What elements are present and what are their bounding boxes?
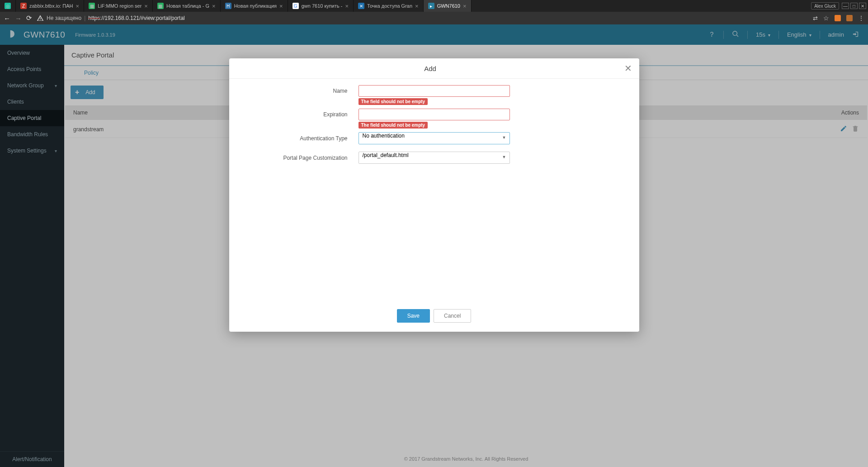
close-icon[interactable]: ×	[279, 3, 283, 10]
back-icon[interactable]: ←	[4, 14, 10, 22]
browser-tab[interactable]: ▦Новая таблица - G×	[153, 0, 221, 12]
browser-user-label[interactable]: Alex Gluck	[811, 2, 839, 10]
browser-tab-active[interactable]: ▸GWN7610×	[424, 0, 472, 12]
error-badge: The field should not be empty	[359, 98, 428, 105]
translate-icon[interactable]: ⇄	[813, 15, 818, 22]
extension-icon[interactable]	[835, 15, 841, 21]
insecure-label: Не защищено	[47, 15, 81, 21]
reload-icon[interactable]: ⟳	[26, 14, 32, 22]
tab-title: LiF:MMO region ser	[98, 3, 142, 9]
favicon-icon: Z	[20, 3, 27, 9]
close-icon[interactable]: ×	[463, 3, 467, 10]
tab-title: Новая таблица - G	[166, 3, 209, 9]
insecure-warning-icon	[37, 14, 44, 22]
cancel-button[interactable]: Cancel	[434, 309, 471, 323]
portal-page-select[interactable]: /portal_default.html	[359, 152, 510, 164]
close-icon[interactable]: ×	[212, 3, 216, 10]
expiration-input[interactable]	[359, 109, 510, 120]
form-row-auth-type: Authentication Type No authentication	[243, 132, 626, 144]
modal-body: Name The field should not be empty Expir…	[229, 79, 639, 303]
system-tab[interactable]: ◎	[0, 0, 16, 12]
add-modal: Add ✕ Name The field should not be empty…	[229, 58, 639, 332]
tab-title: Новая публикация	[234, 3, 277, 9]
address-bar: ← → ⟳ Не защищено | https://192.168.0.12…	[0, 12, 868, 24]
label-expiration: Expiration	[243, 111, 359, 118]
extension-icon[interactable]	[846, 15, 853, 21]
browser-tab[interactable]: ▦LiF:MMO region ser×	[84, 0, 153, 12]
form-row-portal-page: Portal Page Customization /portal_defaul…	[243, 152, 626, 164]
modal-footer: Save Cancel	[229, 303, 639, 332]
close-window-icon[interactable]: ✕	[859, 3, 866, 9]
window-controls: — □ ✕	[842, 3, 866, 9]
toolbar-right: ⇄ ☆ ⋮	[813, 14, 864, 22]
separator: |	[84, 15, 85, 21]
modal-title: Add	[236, 65, 624, 72]
browser-tab[interactable]: HНовая публикация×	[221, 0, 288, 12]
form-row-expiration: Expiration	[243, 109, 626, 120]
save-button[interactable]: Save	[397, 309, 430, 323]
close-icon[interactable]: ×	[345, 3, 349, 10]
close-icon[interactable]: ✕	[624, 63, 632, 74]
favicon-icon: ▦	[89, 3, 95, 9]
modal-header: Add ✕	[229, 58, 639, 79]
label-name: Name	[243, 88, 359, 94]
error-row-expiration: The field should not be empty	[243, 122, 626, 129]
browser-tabs: ◎ Zzabbix.btbx.io: ПАН× ▦LiF:MMO region …	[0, 0, 868, 12]
maximize-icon[interactable]: □	[850, 3, 858, 9]
favicon-icon: ◎	[5, 3, 11, 9]
tab-title: GWN7610	[437, 3, 460, 9]
close-icon[interactable]: ×	[144, 3, 148, 10]
tab-title: zabbix.btbx.io: ПАН	[29, 3, 73, 9]
bookmark-star-icon[interactable]: ☆	[823, 14, 829, 22]
forward-icon: →	[15, 14, 22, 22]
browser-tab[interactable]: Ggwn 7610 купить - ×	[288, 0, 354, 12]
tab-title: Точка доступа Gran	[367, 3, 412, 9]
url-text: ://192.168.0.121/#view:portal/portal	[100, 15, 184, 21]
browser-chrome: ◎ Zzabbix.btbx.io: ПАН× ▦LiF:MMO region …	[0, 0, 868, 24]
url-area[interactable]: Не защищено | https://192.168.0.121/#vie…	[37, 14, 808, 22]
label-auth-type: Authentication Type	[243, 135, 359, 142]
form-row-name: Name	[243, 85, 626, 97]
favicon-icon: G	[292, 3, 299, 9]
error-badge: The field should not be empty	[359, 122, 428, 129]
favicon-icon: ▦	[157, 3, 164, 9]
favicon-icon: H	[225, 3, 231, 9]
minimize-icon[interactable]: —	[842, 3, 849, 9]
app-root: GWN7610 Firmware 1.0.3.19 ？ 15s▾ English…	[0, 24, 868, 467]
browser-tab[interactable]: ✕Точка доступа Gran×	[354, 0, 424, 12]
tab-title: gwn 7610 купить -	[302, 3, 343, 9]
error-row-name: The field should not be empty	[243, 98, 626, 105]
menu-dots-icon[interactable]: ⋮	[858, 14, 864, 22]
browser-tab[interactable]: Zzabbix.btbx.io: ПАН×	[16, 0, 84, 12]
modal-overlay: Add ✕ Name The field should not be empty…	[0, 24, 868, 467]
auth-type-select[interactable]: No authentication	[359, 132, 510, 144]
close-icon[interactable]: ×	[76, 3, 80, 10]
close-icon[interactable]: ×	[415, 3, 419, 10]
favicon-icon: ✕	[358, 3, 364, 9]
favicon-icon: ▸	[428, 3, 434, 9]
label-portal-page: Portal Page Customization	[243, 155, 359, 161]
url-protocol: https	[88, 15, 100, 21]
name-input[interactable]	[359, 85, 510, 97]
